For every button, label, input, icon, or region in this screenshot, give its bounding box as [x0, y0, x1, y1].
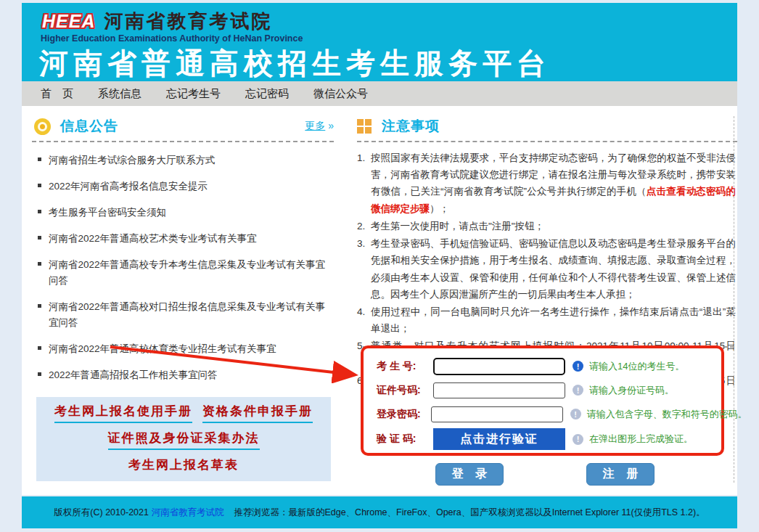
- notice-item: 考生登录密码、手机短信验证码、密码验证信息以及动态密码是考生登录服务平台的凭据和…: [357, 235, 736, 303]
- org-footer-link[interactable]: 河南省教育考试院: [151, 507, 223, 517]
- double-arrow-icon: »: [328, 120, 334, 131]
- id-number-row: 证件号码: ! 请输入身份证号码。: [377, 380, 721, 400]
- nav-item-forgot-candidate-id[interactable]: 忘记考生号: [166, 87, 221, 101]
- org-name-english: Higher Education Examinations Authority …: [41, 33, 303, 44]
- nav-item-wechat-account[interactable]: 微信公众号: [313, 87, 368, 101]
- main-nav: 首 页 系统信息 忘记考生号 忘记密码 微信公众号: [22, 81, 737, 106]
- password-label: 登录密码:: [377, 408, 421, 421]
- site-title: 河南省普通高校招生考生服务平台: [39, 44, 551, 83]
- nav-item-forgot-password[interactable]: 忘记密码: [245, 87, 289, 101]
- id-number-input[interactable]: [433, 382, 565, 398]
- site-header: HEEA 河南省教育考试院 Higher Education Examinati…: [22, 3, 737, 81]
- notices-title: 注意事项: [382, 117, 440, 136]
- divider: [734, 116, 734, 483]
- password-row: 登录密码: ! 请输入包含字母、数字和符号的密码。: [377, 404, 721, 424]
- candidate-id-input[interactable]: [433, 358, 565, 375]
- password-input[interactable]: [431, 406, 563, 422]
- logo-row: HEEA 河南省教育考试院: [39, 9, 272, 33]
- id-number-hint: 请输入身份证号码。: [589, 384, 674, 397]
- bullseye-icon: [38, 122, 47, 131]
- announcement-item[interactable]: 河南省2022年普通高校艺术类专业考试有关事宜: [32, 231, 334, 247]
- nav-item-system-info[interactable]: 系统信息: [98, 87, 141, 101]
- announcements-header: 信息公告 更多 »: [32, 115, 334, 138]
- id-number-label: 证件号码:: [377, 384, 423, 397]
- nav-item-home[interactable]: 首 页: [41, 87, 73, 101]
- announcement-item[interactable]: 河南省2022年普通高校对口招生报名信息采集及专业考试有关事宜问答: [32, 299, 334, 330]
- announcement-item[interactable]: 河南省2022年普通高校专升本考生信息采集及专业考试有关事宜问答: [32, 257, 334, 288]
- org-name: 河南省教育考试院: [104, 9, 272, 34]
- notices-header: 注意事项: [357, 115, 737, 138]
- notice-item: 考生第一次使用时，请点击"注册"按钮；: [357, 218, 736, 234]
- announcement-item[interactable]: 考生服务平台密码安全须知: [32, 205, 334, 221]
- info-icon: !: [573, 434, 583, 445]
- info-icon: !: [570, 409, 581, 420]
- password-hint: 请输入包含字母、数字和符号的密码。: [587, 408, 747, 421]
- register-button[interactable]: 注 册: [586, 463, 655, 486]
- manual-line: 证件照及身份证采集办法: [108, 430, 260, 450]
- manual-line: 考生网上报名草表: [128, 457, 239, 475]
- notice-item: 使用过程中，同一台电脑同时只允许一名考生进行操作，操作结束后请点击“退出”菜单退…: [357, 303, 736, 337]
- info-icon: !: [573, 385, 583, 396]
- manual-link-qualification-handbook[interactable]: 资格条件申报手册: [202, 403, 313, 423]
- manual-link-usage-handbook[interactable]: 考生网上报名使用手册: [54, 403, 192, 423]
- captcha-verify-button[interactable]: 点击进行验证: [433, 428, 565, 450]
- announcements-title: 信息公告: [60, 117, 118, 136]
- notice-item: 按照国家有关法律法规要求，平台支持绑定动态密码，为了确保您的权益不受非法侵害，河…: [357, 150, 736, 217]
- more-link[interactable]: 更多 »: [305, 120, 334, 133]
- heea-logo-icon: HEEA: [39, 11, 98, 32]
- manuals-box: 考生网上报名使用手册 资格条件申报手册 证件照及身份证采集办法 考生网上报名草表: [36, 397, 331, 481]
- info-icon: !: [573, 361, 583, 372]
- copyright-text: 版权所有(C) 2010-2021 河南省教育考试院推荐浏览器：最新版的Edge…: [54, 507, 705, 519]
- candidate-id-row: 考 生 号: ! 请输入14位的考生号。: [377, 356, 721, 376]
- site-footer: 版权所有(C) 2010-2021 河南省教育考试院推荐浏览器：最新版的Edge…: [22, 496, 737, 528]
- red-arrow-annotation: [103, 338, 366, 383]
- captcha-row: 验 证 码: 点击进行验证 ! 在弹出图形上完成验证。: [377, 428, 721, 450]
- page: HEEA 河南省教育考试院 Higher Education Examinati…: [0, 0, 759, 532]
- manual-link-photo-id-collection[interactable]: 证件照及身份证采集办法: [108, 430, 260, 450]
- login-form: 考 生 号: ! 请输入14位的考生号。 证件号码: ! 请输入身份证号码。 登…: [361, 345, 724, 456]
- divider: [32, 141, 334, 142]
- candidate-id-hint: 请输入14位的考生号。: [589, 360, 684, 373]
- candidate-id-label: 考 生 号:: [377, 360, 423, 373]
- manual-line: 考生网上报名使用手册 资格条件申报手册: [54, 403, 313, 423]
- captcha-hint: 在弹出图形上完成验证。: [589, 433, 693, 446]
- announcement-item[interactable]: 2022年河南省高考报名信息安全提示: [32, 179, 334, 195]
- captcha-label: 验 证 码:: [377, 433, 423, 446]
- announcement-item[interactable]: 河南省招生考试综合服务大厅联系方式: [32, 152, 334, 168]
- manual-link-draft-form[interactable]: 考生网上报名草表: [128, 457, 239, 475]
- login-button[interactable]: 登 录: [435, 463, 504, 486]
- grid-icon: [357, 119, 372, 134]
- divider: [357, 141, 737, 142]
